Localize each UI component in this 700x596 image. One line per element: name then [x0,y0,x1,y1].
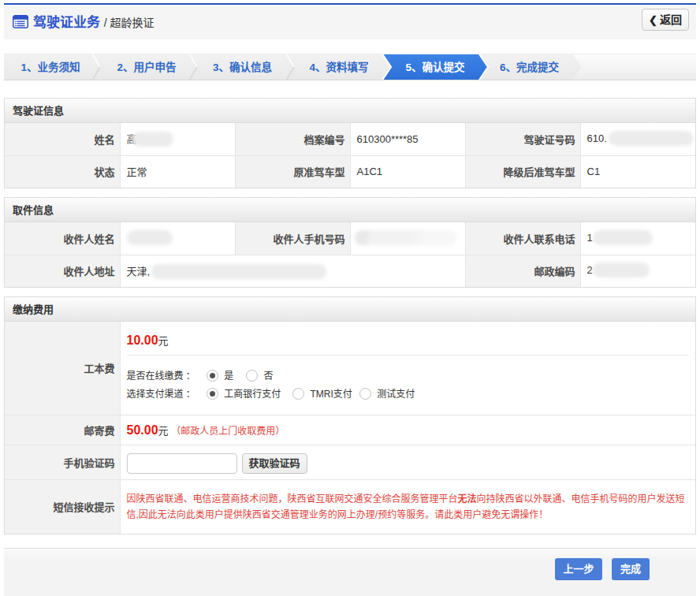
svg-text:3、确认信息: 3、确认信息 [213,61,273,73]
svg-text:1、业务须知: 1、业务须知 [20,61,80,73]
svg-text:6、完成提交: 6、完成提交 [500,61,560,73]
svg-text:2、用户申告: 2、用户申告 [117,61,176,73]
svg-text:4、资料填写: 4、资料填写 [309,61,368,73]
svg-text:5、确认提交: 5、确认提交 [405,61,465,73]
